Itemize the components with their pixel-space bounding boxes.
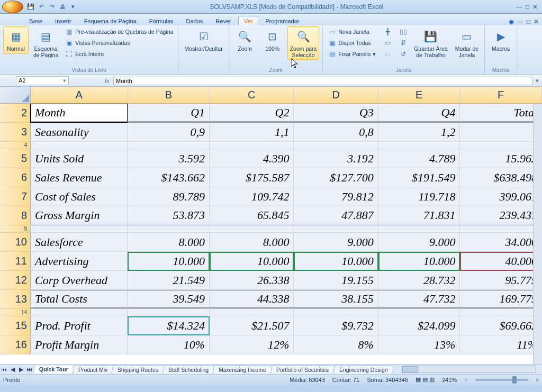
cell-C15[interactable]: $21.507 xyxy=(210,316,294,335)
formula-expand-icon[interactable]: ▾ xyxy=(532,77,542,84)
cell-C11[interactable]: 10.000 xyxy=(210,252,294,271)
doc-restore-button[interactable]: □ xyxy=(527,18,530,25)
cell-C6[interactable]: $175.587 xyxy=(210,168,294,187)
sheet-tab-shipping-routes[interactable]: Shipping Routes xyxy=(112,366,165,373)
tab-programador[interactable]: Programador xyxy=(259,16,305,25)
fx-icon[interactable]: fx xyxy=(101,78,113,84)
page-break-preview-button[interactable]: ▥Pré-visualização de Quebras de Página xyxy=(63,26,175,37)
cell-E4[interactable] xyxy=(378,142,460,149)
cell-A6[interactable]: Sales Revenue xyxy=(31,168,128,187)
tab-ver[interactable]: Ver xyxy=(238,16,259,25)
cell-F14[interactable] xyxy=(460,309,542,316)
cell-F8[interactable]: 239.437 xyxy=(460,206,542,225)
cell-D8[interactable]: 47.887 xyxy=(294,206,378,225)
cell-D2[interactable]: Q3 xyxy=(294,104,378,123)
cell-E15[interactable]: $24.099 xyxy=(378,316,460,335)
cell-A3[interactable]: Seasonality xyxy=(31,123,128,142)
show-hide-button[interactable]: ☑ Mostrar/Ocultar xyxy=(182,26,225,54)
cell-C4[interactable] xyxy=(210,142,294,149)
sheet-tab-staff-scheduling[interactable]: Staff Scheduling xyxy=(162,366,215,373)
cell-A12[interactable]: Corp Overhead xyxy=(31,271,128,290)
row-header-8[interactable]: 8 xyxy=(0,206,31,225)
tab-base[interactable]: Base xyxy=(23,16,48,25)
custom-views-button[interactable]: ▣Vistas Personalizadas xyxy=(63,38,175,48)
cell-D13[interactable]: 38.155 xyxy=(294,290,378,309)
office-button[interactable] xyxy=(2,1,23,13)
cell-D5[interactable]: 3.192 xyxy=(294,149,378,168)
cell-A9[interactable] xyxy=(31,225,128,233)
cell-D7[interactable]: 79.812 xyxy=(294,187,378,206)
cell-C10[interactable]: 8.000 xyxy=(210,233,294,252)
cell-F6[interactable]: $638.498 xyxy=(460,168,542,187)
cell-A2[interactable]: Month xyxy=(31,104,128,123)
view-buttons[interactable]: ▦ ▤ ▥ xyxy=(415,376,435,383)
cell-B7[interactable]: 89.789 xyxy=(128,187,210,206)
doc-minimize-button[interactable]: — xyxy=(517,18,523,25)
row-header-5[interactable]: 5 xyxy=(0,149,31,168)
row-header-3[interactable]: 3 xyxy=(0,123,31,142)
row-header-2[interactable]: 2 xyxy=(0,104,31,123)
page-layout-button[interactable]: ▤ Esquema de Página xyxy=(31,26,61,60)
cell-F2[interactable]: Total xyxy=(460,104,542,123)
tab-nav-last[interactable]: ⏭ xyxy=(25,366,34,372)
cell-C14[interactable] xyxy=(210,309,294,316)
cell-E2[interactable]: Q4 xyxy=(378,104,460,123)
close-button[interactable]: ✕ xyxy=(532,3,538,11)
cell-E14[interactable] xyxy=(378,309,460,316)
cell-E16[interactable]: 13% xyxy=(378,335,460,354)
cell-F16[interactable]: 11% xyxy=(460,335,542,354)
cell-C9[interactable] xyxy=(210,225,294,233)
zoom-slider[interactable] xyxy=(475,379,528,381)
zoom-out-button[interactable]: − xyxy=(464,377,467,383)
cell-F7[interactable]: 399.061 xyxy=(460,187,542,206)
zoom-in-button[interactable]: + xyxy=(536,377,539,383)
tab-nav-next[interactable]: ▶ xyxy=(17,366,25,372)
cell-E8[interactable]: 71.831 xyxy=(378,206,460,225)
cell-E11[interactable]: 10.000 xyxy=(378,252,460,271)
col-header-e[interactable]: E xyxy=(378,87,460,103)
cell-C12[interactable]: 26.338 xyxy=(210,271,294,290)
freeze-panes-button[interactable]: ▤Fixar Painéis ▾ xyxy=(326,49,377,59)
cell-E13[interactable]: 47.732 xyxy=(378,290,460,309)
cell-B16[interactable]: 10% xyxy=(128,335,210,354)
cell-B8[interactable]: 53.873 xyxy=(128,206,210,225)
sync-scroll-button[interactable]: ⇵ xyxy=(398,38,409,48)
cell-B11[interactable]: 10.000 xyxy=(128,252,210,271)
save-workspace-button[interactable]: 💾Guardar Área de Trabalho xyxy=(411,26,450,60)
zoom-100-button[interactable]: ⊡100% xyxy=(260,26,285,54)
cell-B14[interactable] xyxy=(128,309,210,316)
col-header-c[interactable]: C xyxy=(210,87,294,103)
cell-E9[interactable] xyxy=(378,225,460,233)
help-icon[interactable]: ◉ xyxy=(509,18,514,25)
row-header-13[interactable]: 13 xyxy=(0,290,31,309)
cell-B13[interactable]: 39.549 xyxy=(128,290,210,309)
row-header-12[interactable]: 12 xyxy=(0,271,31,290)
cell-D16[interactable]: 8% xyxy=(294,335,378,354)
cell-B3[interactable]: 0,9 xyxy=(128,123,210,142)
cell-E3[interactable]: 1,2 xyxy=(378,123,460,142)
cell-F4[interactable] xyxy=(460,142,542,149)
qat-dropdown-icon[interactable]: ▾ xyxy=(69,3,77,11)
cell-B15[interactable]: $14.324 xyxy=(128,316,210,335)
cell-C5[interactable]: 4.390 xyxy=(210,149,294,168)
cell-F11[interactable]: 40.000 xyxy=(460,252,542,271)
row-header-11[interactable]: 11 xyxy=(0,252,31,271)
sheet-tab-maximizing-income[interactable]: Maximizing Income xyxy=(213,366,273,373)
cell-D10[interactable]: 9.000 xyxy=(294,233,378,252)
switch-window-button[interactable]: ▭Mudar de Janela xyxy=(453,26,481,60)
tab-nav-prev[interactable]: ◀ xyxy=(8,366,17,372)
save-icon[interactable]: 💾 xyxy=(26,3,35,11)
cell-D3[interactable]: 0,8 xyxy=(294,123,378,142)
cell-E12[interactable]: 28.732 xyxy=(378,271,460,290)
cell-F3[interactable] xyxy=(460,123,542,142)
cell-A15[interactable]: Prod. Profit xyxy=(31,316,128,335)
arrange-all-button[interactable]: ▦Dispor Todas xyxy=(326,38,377,48)
cell-E5[interactable]: 4.789 xyxy=(378,149,460,168)
hide-button[interactable]: ▭ xyxy=(382,38,393,48)
macros-button[interactable]: ▶Macros xyxy=(488,26,513,54)
tab-esquema[interactable]: Esquema de Página xyxy=(78,16,142,25)
row-header-6[interactable]: 6 xyxy=(0,168,31,187)
cell-D11[interactable]: 10.000 xyxy=(294,252,378,271)
cell-B6[interactable]: $143.662 xyxy=(128,168,210,187)
cell-C3[interactable]: 1,1 xyxy=(210,123,294,142)
